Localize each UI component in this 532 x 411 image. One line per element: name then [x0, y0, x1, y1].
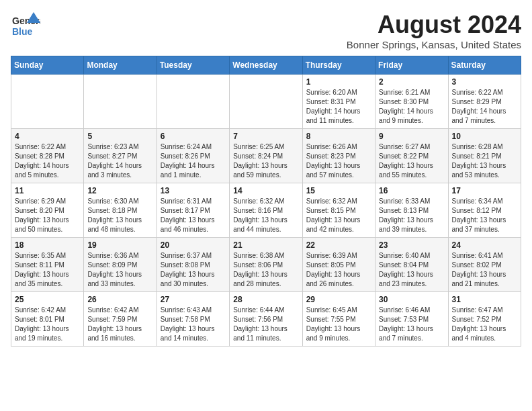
day-info: Sunrise: 6:47 AMSunset: 7:52 PMDaylight:…	[452, 306, 517, 343]
calendar-cell: 12Sunrise: 6:30 AMSunset: 8:18 PMDayligh…	[84, 183, 157, 238]
calendar-cell: 9Sunrise: 6:27 AMSunset: 8:22 PMDaylight…	[375, 129, 448, 183]
day-info: Sunrise: 6:30 AMSunset: 8:18 PMDaylight:…	[87, 197, 152, 234]
calendar-cell: 29Sunrise: 6:45 AMSunset: 7:55 PMDayligh…	[302, 292, 375, 347]
calendar-day-header: Saturday	[448, 56, 521, 75]
day-number: 14	[233, 186, 298, 195]
calendar-day-header: Monday	[84, 56, 157, 75]
day-number: 22	[306, 240, 371, 250]
day-info: Sunrise: 6:33 AMSunset: 8:13 PMDaylight:…	[379, 197, 444, 234]
day-info: Sunrise: 6:22 AMSunset: 8:28 PMDaylight:…	[15, 142, 80, 180]
calendar-cell: 20Sunrise: 6:37 AMSunset: 8:08 PMDayligh…	[157, 238, 229, 292]
calendar-cell: 24Sunrise: 6:41 AMSunset: 8:02 PMDayligh…	[448, 238, 521, 292]
day-info: Sunrise: 6:21 AMSunset: 8:30 PMDaylight:…	[379, 88, 444, 126]
calendar-cell: 1Sunrise: 6:20 AMSunset: 8:31 PMDaylight…	[302, 75, 375, 129]
day-number: 6	[161, 132, 226, 141]
day-info: Sunrise: 6:41 AMSunset: 8:02 PMDaylight:…	[452, 251, 517, 289]
day-info: Sunrise: 6:27 AMSunset: 8:22 PMDaylight:…	[379, 142, 444, 180]
calendar-cell: 25Sunrise: 6:42 AMSunset: 8:01 PMDayligh…	[11, 292, 84, 347]
day-info: Sunrise: 6:24 AMSunset: 8:26 PMDaylight:…	[161, 142, 226, 180]
day-number: 13	[161, 186, 226, 195]
day-info: Sunrise: 6:35 AMSunset: 8:11 PMDaylight:…	[15, 251, 80, 289]
calendar-cell: 26Sunrise: 6:42 AMSunset: 7:59 PMDayligh…	[84, 292, 157, 347]
calendar-cell: 28Sunrise: 6:44 AMSunset: 7:56 PMDayligh…	[230, 292, 302, 347]
day-number: 2	[379, 77, 444, 87]
day-info: Sunrise: 6:29 AMSunset: 8:20 PMDaylight:…	[15, 197, 80, 234]
calendar-cell: 10Sunrise: 6:28 AMSunset: 8:21 PMDayligh…	[448, 129, 521, 183]
day-info: Sunrise: 6:37 AMSunset: 8:08 PMDaylight:…	[161, 251, 226, 289]
day-number: 20	[161, 240, 226, 250]
calendar-week-row: 4Sunrise: 6:22 AMSunset: 8:28 PMDaylight…	[11, 129, 521, 183]
day-number: 29	[306, 295, 371, 304]
day-number: 28	[233, 295, 298, 304]
day-info: Sunrise: 6:22 AMSunset: 8:29 PMDaylight:…	[452, 88, 517, 126]
calendar-cell: 16Sunrise: 6:33 AMSunset: 8:13 PMDayligh…	[375, 183, 448, 238]
day-info: Sunrise: 6:46 AMSunset: 7:53 PMDaylight:…	[379, 306, 444, 343]
day-number: 16	[379, 186, 444, 195]
day-number: 7	[233, 132, 298, 141]
calendar-day-header: Thursday	[302, 56, 375, 75]
calendar-cell: 13Sunrise: 6:31 AMSunset: 8:17 PMDayligh…	[157, 183, 229, 238]
calendar-cell: 27Sunrise: 6:43 AMSunset: 7:58 PMDayligh…	[157, 292, 229, 347]
day-number: 23	[379, 240, 444, 250]
calendar-week-row: 18Sunrise: 6:35 AMSunset: 8:11 PMDayligh…	[11, 238, 521, 292]
calendar-cell: 14Sunrise: 6:32 AMSunset: 8:16 PMDayligh…	[230, 183, 302, 238]
calendar-cell: 31Sunrise: 6:47 AMSunset: 7:52 PMDayligh…	[448, 292, 521, 347]
day-number: 15	[306, 186, 371, 195]
day-info: Sunrise: 6:26 AMSunset: 8:23 PMDaylight:…	[306, 142, 371, 180]
day-info: Sunrise: 6:39 AMSunset: 8:05 PMDaylight:…	[306, 251, 371, 289]
day-info: Sunrise: 6:36 AMSunset: 8:09 PMDaylight:…	[87, 251, 152, 289]
calendar-cell: 30Sunrise: 6:46 AMSunset: 7:53 PMDayligh…	[375, 292, 448, 347]
calendar-cell: 19Sunrise: 6:36 AMSunset: 8:09 PMDayligh…	[84, 238, 157, 292]
day-info: Sunrise: 6:40 AMSunset: 8:04 PMDaylight:…	[379, 251, 444, 289]
day-number: 31	[452, 295, 517, 304]
calendar-week-row: 25Sunrise: 6:42 AMSunset: 8:01 PMDayligh…	[11, 292, 521, 347]
page-header: General Blue August 2024 Bonner Springs,…	[11, 11, 521, 50]
calendar-header-row: SundayMondayTuesdayWednesdayThursdayFrid…	[11, 56, 521, 75]
day-number: 24	[452, 240, 517, 250]
calendar-week-row: 1Sunrise: 6:20 AMSunset: 8:31 PMDaylight…	[11, 75, 521, 129]
logo-svg: General Blue	[11, 11, 40, 40]
day-info: Sunrise: 6:20 AMSunset: 8:31 PMDaylight:…	[306, 88, 371, 126]
day-info: Sunrise: 6:42 AMSunset: 8:01 PMDaylight:…	[15, 306, 80, 343]
day-number: 21	[233, 240, 298, 250]
day-info: Sunrise: 6:44 AMSunset: 7:56 PMDaylight:…	[233, 306, 298, 343]
calendar-cell	[230, 75, 302, 129]
calendar-cell: 18Sunrise: 6:35 AMSunset: 8:11 PMDayligh…	[11, 238, 84, 292]
day-info: Sunrise: 6:42 AMSunset: 7:59 PMDaylight:…	[87, 306, 152, 343]
calendar-cell: 2Sunrise: 6:21 AMSunset: 8:30 PMDaylight…	[375, 75, 448, 129]
calendar-header: SundayMondayTuesdayWednesdayThursdayFrid…	[11, 56, 521, 75]
logo: General Blue	[11, 11, 40, 40]
day-number: 8	[306, 132, 371, 141]
logo-icon: General Blue	[11, 11, 40, 40]
day-info: Sunrise: 6:34 AMSunset: 8:12 PMDaylight:…	[452, 197, 517, 234]
day-info: Sunrise: 6:23 AMSunset: 8:27 PMDaylight:…	[87, 142, 152, 180]
day-number: 9	[379, 132, 444, 141]
day-info: Sunrise: 6:32 AMSunset: 8:15 PMDaylight:…	[306, 197, 371, 234]
calendar-cell: 3Sunrise: 6:22 AMSunset: 8:29 PMDaylight…	[448, 75, 521, 129]
calendar-cell: 15Sunrise: 6:32 AMSunset: 8:15 PMDayligh…	[302, 183, 375, 238]
day-number: 11	[15, 186, 80, 195]
day-number: 1	[306, 77, 371, 87]
calendar-cell	[84, 75, 157, 129]
calendar-body: 1Sunrise: 6:20 AMSunset: 8:31 PMDaylight…	[11, 75, 521, 347]
calendar-cell: 4Sunrise: 6:22 AMSunset: 8:28 PMDaylight…	[11, 129, 84, 183]
calendar-cell: 11Sunrise: 6:29 AMSunset: 8:20 PMDayligh…	[11, 183, 84, 238]
calendar-week-row: 11Sunrise: 6:29 AMSunset: 8:20 PMDayligh…	[11, 183, 521, 238]
day-info: Sunrise: 6:38 AMSunset: 8:06 PMDaylight:…	[233, 251, 298, 289]
day-number: 25	[15, 295, 80, 304]
calendar-day-header: Sunday	[11, 56, 84, 75]
svg-text:Blue: Blue	[12, 26, 33, 37]
day-number: 27	[161, 295, 226, 304]
calendar-cell	[157, 75, 229, 129]
calendar-day-header: Wednesday	[230, 56, 302, 75]
calendar-cell: 6Sunrise: 6:24 AMSunset: 8:26 PMDaylight…	[157, 129, 229, 183]
day-info: Sunrise: 6:43 AMSunset: 7:58 PMDaylight:…	[161, 306, 226, 343]
calendar-cell: 7Sunrise: 6:25 AMSunset: 8:24 PMDaylight…	[230, 129, 302, 183]
day-number: 3	[452, 77, 517, 87]
calendar-cell: 5Sunrise: 6:23 AMSunset: 8:27 PMDaylight…	[84, 129, 157, 183]
calendar-cell: 21Sunrise: 6:38 AMSunset: 8:06 PMDayligh…	[230, 238, 302, 292]
calendar-cell: 17Sunrise: 6:34 AMSunset: 8:12 PMDayligh…	[448, 183, 521, 238]
day-number: 5	[87, 132, 152, 141]
day-info: Sunrise: 6:32 AMSunset: 8:16 PMDaylight:…	[233, 197, 298, 234]
day-number: 17	[452, 186, 517, 195]
